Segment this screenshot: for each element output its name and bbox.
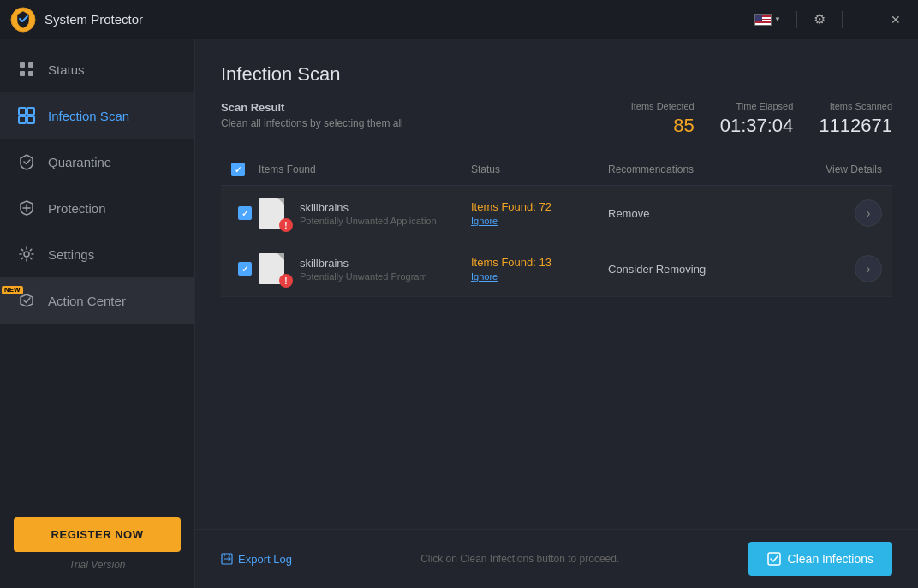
svg-rect-8 bbox=[27, 116, 34, 123]
svg-rect-3 bbox=[20, 71, 25, 76]
row2-item-cell: ! skillbrains Potentially Unwanted Progr… bbox=[259, 253, 471, 284]
table-row-2[interactable]: ! skillbrains Potentially Unwanted Progr… bbox=[221, 241, 892, 296]
content-footer: Export Log Click on Clean Infections but… bbox=[195, 529, 918, 588]
sidebar-item-label: Infection Scan bbox=[48, 109, 129, 123]
row1-status-cell: Items Found: 72 Ignore bbox=[471, 200, 608, 226]
svg-rect-2 bbox=[28, 62, 33, 68]
new-badge: NEW bbox=[2, 286, 23, 294]
scan-result-desc: Clean all infections by selecting them a… bbox=[221, 117, 631, 129]
row1-recommendation: Remove bbox=[608, 207, 779, 220]
svg-rect-5 bbox=[19, 108, 26, 115]
row1-item-type: Potentially Unwanted Application bbox=[300, 216, 437, 226]
row1-status-found: Items Found: 72 bbox=[471, 200, 608, 213]
row1-details-wrap: › bbox=[779, 199, 882, 227]
settings-button[interactable]: ⚙ bbox=[808, 8, 832, 32]
row1-details-button[interactable]: › bbox=[855, 199, 882, 227]
settings-icon bbox=[17, 245, 36, 264]
row2-item-icon: ! bbox=[259, 253, 289, 284]
app-logo bbox=[10, 7, 36, 33]
items-table: Items Found Status Recommendations View … bbox=[221, 154, 892, 297]
row1-item-cell: ! skillbrains Potentially Unwanted Appli… bbox=[259, 198, 471, 229]
row1-item-icon: ! bbox=[259, 198, 289, 229]
scan-result-label: Scan Result bbox=[221, 101, 631, 114]
sidebar-item-protection[interactable]: Protection bbox=[0, 185, 194, 231]
row2-checkbox-wrap bbox=[231, 262, 259, 276]
col-details-header: View Details bbox=[779, 163, 882, 175]
row1-ignore-link[interactable]: Ignore bbox=[471, 216, 608, 226]
sidebar-item-label: Settings bbox=[48, 247, 94, 262]
separator bbox=[842, 11, 843, 28]
row1-checkbox[interactable] bbox=[238, 206, 252, 220]
protection-icon bbox=[17, 199, 36, 217]
svg-point-9 bbox=[24, 252, 29, 257]
col-items-header: Items Found bbox=[259, 163, 471, 175]
row2-item-type: Potentially Unwanted Program bbox=[300, 271, 427, 282]
clean-icon bbox=[767, 552, 781, 566]
row2-details-wrap: › bbox=[779, 255, 882, 282]
sidebar-item-infection-scan[interactable]: Infection Scan bbox=[0, 92, 194, 139]
badge-red-icon: ! bbox=[279, 274, 293, 288]
stat-scanned: Items Scanned 1112671 bbox=[819, 101, 892, 137]
svg-rect-4 bbox=[28, 71, 33, 76]
main-layout: Status Infection Scan bbox=[0, 39, 918, 588]
titlebar-controls: ▼ ⚙ — ✕ bbox=[749, 8, 908, 32]
sidebar-nav: Status Infection Scan bbox=[0, 39, 194, 500]
sidebar: Status Infection Scan bbox=[0, 39, 195, 588]
row2-item-name: skillbrains bbox=[300, 257, 427, 270]
table-row: ! skillbrains Potentially Unwanted Progr… bbox=[221, 241, 892, 297]
col-status-header: Status bbox=[471, 163, 608, 175]
detected-value: 85 bbox=[631, 115, 694, 137]
svg-rect-1 bbox=[20, 62, 25, 68]
row2-recommendation: Consider Removing bbox=[608, 263, 779, 276]
sidebar-item-label: Quarantine bbox=[48, 155, 111, 169]
footer-hint: Click on Clean Infections button to proc… bbox=[292, 553, 748, 565]
stat-detected: Items Detected 85 bbox=[631, 101, 694, 137]
export-log-link[interactable]: Export Log bbox=[221, 553, 292, 566]
sidebar-item-action-center[interactable]: NEW Action Center bbox=[0, 277, 194, 324]
row1-checkbox-wrap bbox=[231, 206, 259, 220]
export-log-label: Export Log bbox=[238, 553, 292, 566]
scan-result-info: Scan Result Clean all infections by sele… bbox=[221, 101, 631, 129]
sidebar-item-quarantine[interactable]: Quarantine bbox=[0, 139, 194, 185]
main-content: Infection Scan Scan Result Clean all inf… bbox=[195, 39, 918, 588]
row1-item-name: skillbrains bbox=[300, 201, 437, 214]
sidebar-item-label: Status bbox=[48, 62, 85, 77]
svg-rect-7 bbox=[19, 116, 26, 123]
detected-label: Items Detected bbox=[631, 101, 694, 111]
table-row: ! skillbrains Potentially Unwanted Appli… bbox=[221, 186, 892, 241]
clean-infections-label: Clean Infections bbox=[788, 552, 873, 566]
app-title: System Protector bbox=[45, 12, 749, 27]
badge-red-icon: ! bbox=[279, 218, 293, 232]
row2-checkbox[interactable] bbox=[238, 262, 252, 276]
status-icon bbox=[17, 60, 36, 79]
row2-status-cell: Items Found: 13 Ignore bbox=[471, 256, 608, 282]
stat-blocks: Items Detected 85 Time Elapsed 01:37:04 … bbox=[631, 101, 892, 137]
svg-rect-11 bbox=[768, 553, 780, 565]
export-icon bbox=[221, 553, 233, 565]
row2-ignore-link[interactable]: Ignore bbox=[471, 271, 608, 282]
stat-elapsed: Time Elapsed 01:37:04 bbox=[720, 101, 794, 137]
close-button[interactable]: ✕ bbox=[884, 8, 908, 32]
svg-rect-6 bbox=[27, 108, 34, 115]
clean-infections-button[interactable]: Clean Infections bbox=[748, 542, 892, 576]
minimize-button[interactable]: — bbox=[853, 8, 877, 32]
sidebar-item-label: Protection bbox=[48, 201, 106, 216]
register-button[interactable]: REGISTER NOW bbox=[14, 517, 181, 552]
page-title: Infection Scan bbox=[221, 63, 892, 86]
titlebar: System Protector ▼ ⚙ — ✕ bbox=[0, 0, 918, 39]
table-row-1[interactable]: ! skillbrains Potentially Unwanted Appli… bbox=[221, 186, 892, 241]
flag-icon bbox=[754, 14, 772, 26]
language-selector[interactable]: ▼ bbox=[749, 10, 786, 29]
trial-text: Trial Version bbox=[14, 559, 181, 571]
table-header: Items Found Status Recommendations View … bbox=[221, 154, 892, 186]
scanned-value: 1112671 bbox=[819, 115, 892, 137]
sidebar-item-status[interactable]: Status bbox=[0, 46, 194, 92]
row2-details-button[interactable]: › bbox=[855, 255, 882, 282]
chevron-down-icon: ▼ bbox=[774, 15, 781, 23]
select-all-checkbox[interactable] bbox=[231, 163, 245, 176]
elapsed-label: Time Elapsed bbox=[720, 101, 794, 111]
infection-scan-icon bbox=[17, 106, 36, 125]
sidebar-item-settings[interactable]: Settings bbox=[0, 231, 194, 277]
elapsed-value: 01:37:04 bbox=[720, 115, 794, 137]
sidebar-item-label: Action Center bbox=[48, 294, 126, 308]
